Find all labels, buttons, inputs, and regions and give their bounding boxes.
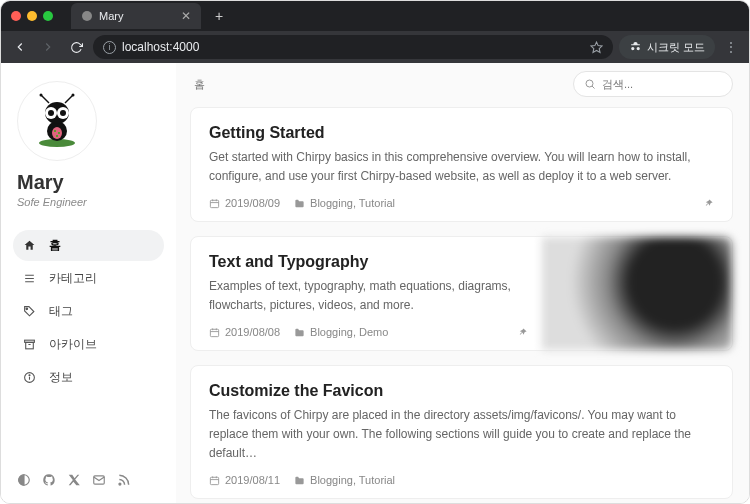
nav-label: 태그 (49, 303, 73, 320)
theme-toggle-icon[interactable] (17, 473, 31, 487)
post-excerpt: Get started with Chirpy basics in this c… (209, 148, 714, 185)
post-card[interactable]: Text and Typography Examples of text, ty… (190, 236, 733, 351)
svg-rect-30 (210, 200, 218, 207)
post-card[interactable]: Getting Started Get started with Chirpy … (190, 107, 733, 222)
post-categories: Blogging, Tutorial (294, 197, 395, 209)
nav-label: 아카이브 (49, 336, 97, 353)
nav-home[interactable]: 홈 (13, 230, 164, 261)
nav-archives[interactable]: 아카이브 (13, 329, 164, 360)
tab-favicon (81, 10, 93, 22)
sidebar-footer (13, 467, 164, 493)
post-title: Getting Started (209, 124, 714, 142)
svg-point-13 (58, 132, 60, 134)
svg-point-11 (52, 127, 62, 139)
browser-menu-button[interactable]: ⋮ (721, 39, 741, 55)
tag-icon (23, 305, 37, 318)
address-bar: i localhost:4000 시크릿 모드 ⋮ (1, 31, 749, 63)
site-info-icon[interactable]: i (103, 41, 116, 54)
home-icon (23, 239, 37, 252)
nav-label: 정보 (49, 369, 73, 386)
svg-marker-1 (591, 42, 602, 52)
email-icon[interactable] (92, 473, 106, 487)
site-subtitle: Sofe Engineer (17, 196, 164, 208)
post-thumbnail (542, 237, 732, 350)
svg-point-28 (586, 80, 593, 87)
site-title: Mary (17, 171, 164, 194)
search-input[interactable] (602, 78, 740, 90)
incognito-icon (629, 41, 642, 54)
info-icon (23, 371, 37, 384)
post-title: Customize the Favicon (209, 382, 714, 400)
rss-icon[interactable] (117, 473, 131, 487)
post-meta: 2019/08/08 Blogging, Demo (209, 326, 528, 338)
avatar[interactable] (17, 81, 97, 161)
search-box[interactable] (573, 71, 733, 97)
tab-title: Mary (99, 10, 175, 22)
nav-label: 홈 (49, 237, 61, 254)
url-text: localhost:4000 (122, 40, 199, 54)
svg-rect-34 (210, 329, 218, 336)
breadcrumb: 홈 (190, 77, 205, 92)
post-date: 2019/08/08 (209, 326, 280, 338)
forward-button[interactable] (37, 36, 59, 58)
window-minimize-button[interactable] (27, 11, 37, 21)
post-meta: 2019/08/09 Blogging, Tutorial (209, 197, 714, 209)
post-date: 2019/08/11 (209, 474, 280, 486)
post-categories: Blogging, Tutorial (294, 474, 395, 486)
window-titlebar: Mary ✕ + (1, 1, 749, 31)
bookmark-star-icon[interactable] (590, 41, 603, 54)
window-maximize-button[interactable] (43, 11, 53, 21)
incognito-label: 시크릿 모드 (647, 40, 705, 55)
calendar-icon (209, 475, 220, 486)
main-content: 홈 Getting Started Get started with Chirp… (176, 63, 749, 503)
svg-line-29 (592, 86, 595, 89)
search-icon (584, 78, 596, 90)
svg-point-9 (40, 94, 43, 97)
post-date: 2019/08/09 (209, 197, 280, 209)
browser-chrome: Mary ✕ + i localhost:4000 시크릿 모드 ⋮ (1, 1, 749, 63)
browser-tab[interactable]: Mary ✕ (71, 3, 201, 29)
url-input[interactable]: i localhost:4000 (93, 35, 613, 59)
pin-icon (517, 327, 528, 338)
post-meta: 2019/08/11 Blogging, Tutorial (209, 474, 714, 486)
svg-point-7 (48, 110, 54, 116)
incognito-badge[interactable]: 시크릿 모드 (619, 35, 715, 59)
sidebar: Mary Sofe Engineer 홈 카테고리 태그 (1, 63, 176, 503)
list-icon (23, 272, 37, 285)
svg-point-10 (72, 94, 75, 97)
nav-label: 카테고리 (49, 270, 97, 287)
svg-point-8 (60, 110, 66, 116)
svg-point-24 (29, 375, 30, 376)
avatar-image (29, 93, 85, 149)
svg-point-0 (82, 11, 92, 21)
nav-categories[interactable]: 카테고리 (13, 263, 164, 294)
post-card[interactable]: Customize the Favicon The favicons of Ch… (190, 365, 733, 499)
svg-rect-20 (26, 342, 34, 349)
post-excerpt: The favicons of Chirpy are placed in the… (209, 406, 714, 462)
x-twitter-icon[interactable] (67, 473, 81, 487)
pin-icon (703, 198, 714, 209)
svg-rect-38 (210, 477, 218, 484)
svg-point-18 (26, 308, 28, 310)
window-close-button[interactable] (11, 11, 21, 21)
nav-about[interactable]: 정보 (13, 362, 164, 393)
folder-icon (294, 198, 305, 209)
github-icon[interactable] (42, 473, 56, 487)
new-tab-button[interactable]: + (215, 8, 223, 24)
tab-close-button[interactable]: ✕ (181, 9, 191, 23)
back-button[interactable] (9, 36, 31, 58)
sidebar-nav: 홈 카테고리 태그 아카이브 (13, 230, 164, 393)
calendar-icon (209, 327, 220, 338)
svg-point-27 (119, 483, 121, 485)
nav-tags[interactable]: 태그 (13, 296, 164, 327)
reload-button[interactable] (65, 36, 87, 58)
app-viewport: Mary Sofe Engineer 홈 카테고리 태그 (1, 63, 749, 503)
calendar-icon (209, 198, 220, 209)
archive-icon (23, 338, 37, 351)
svg-point-12 (54, 130, 56, 132)
post-title: Text and Typography (209, 253, 528, 271)
folder-icon (294, 327, 305, 338)
post-categories: Blogging, Demo (294, 326, 388, 338)
top-bar: 홈 (190, 71, 733, 97)
post-excerpt: Examples of text, typography, math equat… (209, 277, 528, 314)
